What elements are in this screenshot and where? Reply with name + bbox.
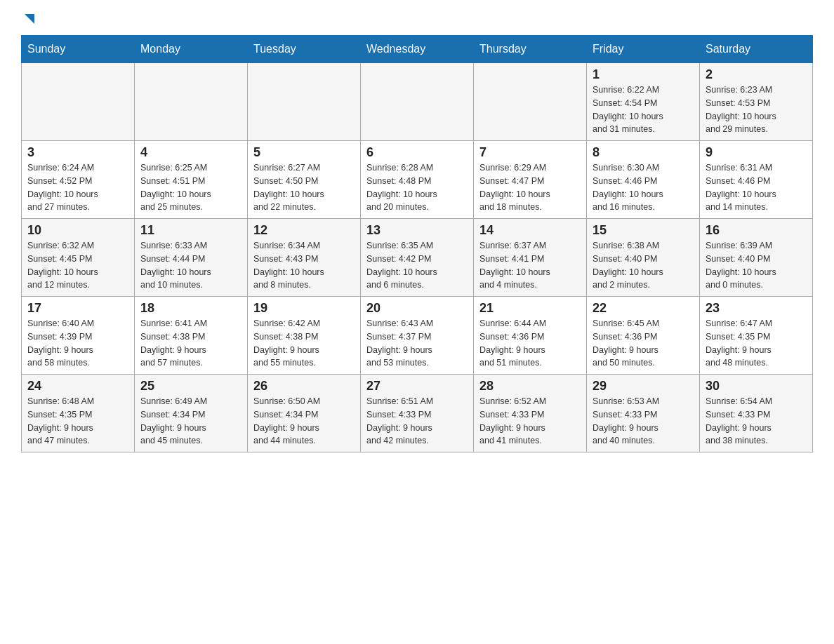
weekday-header-saturday: Saturday (700, 36, 813, 63)
calendar-cell: 5Sunrise: 6:27 AMSunset: 4:50 PMDaylight… (248, 141, 361, 219)
calendar-cell: 20Sunrise: 6:43 AMSunset: 4:37 PMDayligh… (361, 297, 474, 375)
calendar-cell: 3Sunrise: 6:24 AMSunset: 4:52 PMDaylight… (22, 141, 135, 219)
day-info: Sunrise: 6:24 AMSunset: 4:52 PMDaylight:… (27, 161, 128, 214)
day-info: Sunrise: 6:50 AMSunset: 4:34 PMDaylight:… (253, 395, 355, 448)
logo (21, 14, 37, 24)
calendar-cell: 13Sunrise: 6:35 AMSunset: 4:42 PMDayligh… (361, 219, 474, 297)
calendar-cell (361, 63, 474, 141)
day-number: 24 (27, 379, 128, 394)
day-info: Sunrise: 6:43 AMSunset: 4:37 PMDaylight:… (366, 317, 468, 370)
weekday-header-monday: Monday (135, 36, 248, 63)
week-row-3: 10Sunrise: 6:32 AMSunset: 4:45 PMDayligh… (22, 219, 813, 297)
day-number: 21 (479, 301, 581, 316)
day-number: 28 (479, 379, 581, 394)
page-header (21, 14, 813, 24)
calendar-cell (135, 63, 248, 141)
day-number: 6 (366, 145, 468, 160)
day-info: Sunrise: 6:22 AMSunset: 4:54 PMDaylight:… (593, 83, 694, 136)
weekday-header-row: SundayMondayTuesdayWednesdayThursdayFrid… (22, 36, 813, 63)
calendar-cell: 18Sunrise: 6:41 AMSunset: 4:38 PMDayligh… (135, 297, 248, 375)
day-info: Sunrise: 6:54 AMSunset: 4:33 PMDaylight:… (706, 395, 807, 448)
day-info: Sunrise: 6:40 AMSunset: 4:39 PMDaylight:… (27, 317, 128, 370)
calendar-cell: 27Sunrise: 6:51 AMSunset: 4:33 PMDayligh… (361, 375, 474, 452)
day-info: Sunrise: 6:45 AMSunset: 4:36 PMDaylight:… (593, 317, 694, 370)
day-number: 7 (479, 145, 581, 160)
day-number: 16 (706, 223, 807, 238)
day-info: Sunrise: 6:52 AMSunset: 4:33 PMDaylight:… (479, 395, 581, 448)
calendar-cell: 12Sunrise: 6:34 AMSunset: 4:43 PMDayligh… (248, 219, 361, 297)
calendar-cell: 7Sunrise: 6:29 AMSunset: 4:47 PMDaylight… (474, 141, 587, 219)
day-info: Sunrise: 6:27 AMSunset: 4:50 PMDaylight:… (253, 161, 355, 214)
calendar-cell (248, 63, 361, 141)
day-info: Sunrise: 6:34 AMSunset: 4:43 PMDaylight:… (253, 239, 355, 292)
day-info: Sunrise: 6:33 AMSunset: 4:44 PMDaylight:… (140, 239, 241, 292)
svg-marker-0 (25, 14, 34, 24)
day-number: 2 (706, 67, 807, 82)
day-info: Sunrise: 6:37 AMSunset: 4:41 PMDaylight:… (479, 239, 581, 292)
calendar-cell: 28Sunrise: 6:52 AMSunset: 4:33 PMDayligh… (474, 375, 587, 452)
calendar-cell: 8Sunrise: 6:30 AMSunset: 4:46 PMDaylight… (587, 141, 700, 219)
calendar-cell: 1Sunrise: 6:22 AMSunset: 4:54 PMDaylight… (587, 63, 700, 141)
day-info: Sunrise: 6:29 AMSunset: 4:47 PMDaylight:… (479, 161, 581, 214)
day-number: 1 (593, 67, 694, 82)
weekday-header-sunday: Sunday (22, 36, 135, 63)
day-number: 27 (366, 379, 468, 394)
calendar-cell: 9Sunrise: 6:31 AMSunset: 4:46 PMDaylight… (700, 141, 813, 219)
weekday-header-wednesday: Wednesday (361, 36, 474, 63)
day-info: Sunrise: 6:32 AMSunset: 4:45 PMDaylight:… (27, 239, 128, 292)
day-number: 26 (253, 379, 355, 394)
calendar-cell: 30Sunrise: 6:54 AMSunset: 4:33 PMDayligh… (700, 375, 813, 452)
day-info: Sunrise: 6:47 AMSunset: 4:35 PMDaylight:… (706, 317, 807, 370)
day-number: 19 (253, 301, 355, 316)
calendar-cell: 11Sunrise: 6:33 AMSunset: 4:44 PMDayligh… (135, 219, 248, 297)
day-number: 17 (27, 301, 128, 316)
day-number: 3 (27, 145, 128, 160)
day-number: 9 (706, 145, 807, 160)
day-info: Sunrise: 6:44 AMSunset: 4:36 PMDaylight:… (479, 317, 581, 370)
calendar-table: SundayMondayTuesdayWednesdayThursdayFrid… (21, 35, 813, 452)
day-number: 14 (479, 223, 581, 238)
calendar-cell: 23Sunrise: 6:47 AMSunset: 4:35 PMDayligh… (700, 297, 813, 375)
day-info: Sunrise: 6:38 AMSunset: 4:40 PMDaylight:… (593, 239, 694, 292)
day-number: 13 (366, 223, 468, 238)
day-info: Sunrise: 6:30 AMSunset: 4:46 PMDaylight:… (593, 161, 694, 214)
day-info: Sunrise: 6:48 AMSunset: 4:35 PMDaylight:… (27, 395, 128, 448)
day-number: 30 (706, 379, 807, 394)
weekday-header-friday: Friday (587, 36, 700, 63)
calendar-cell (22, 63, 135, 141)
day-number: 11 (140, 223, 241, 238)
day-number: 22 (593, 301, 694, 316)
calendar-cell: 29Sunrise: 6:53 AMSunset: 4:33 PMDayligh… (587, 375, 700, 452)
day-info: Sunrise: 6:28 AMSunset: 4:48 PMDaylight:… (366, 161, 468, 214)
calendar-cell: 14Sunrise: 6:37 AMSunset: 4:41 PMDayligh… (474, 219, 587, 297)
week-row-5: 24Sunrise: 6:48 AMSunset: 4:35 PMDayligh… (22, 375, 813, 452)
calendar-cell (474, 63, 587, 141)
day-number: 18 (140, 301, 241, 316)
day-info: Sunrise: 6:31 AMSunset: 4:46 PMDaylight:… (706, 161, 807, 214)
day-info: Sunrise: 6:23 AMSunset: 4:53 PMDaylight:… (706, 83, 807, 136)
calendar-cell: 21Sunrise: 6:44 AMSunset: 4:36 PMDayligh… (474, 297, 587, 375)
calendar-cell: 16Sunrise: 6:39 AMSunset: 4:40 PMDayligh… (700, 219, 813, 297)
calendar-cell: 25Sunrise: 6:49 AMSunset: 4:34 PMDayligh… (135, 375, 248, 452)
calendar-cell: 22Sunrise: 6:45 AMSunset: 4:36 PMDayligh… (587, 297, 700, 375)
calendar-cell: 17Sunrise: 6:40 AMSunset: 4:39 PMDayligh… (22, 297, 135, 375)
day-info: Sunrise: 6:49 AMSunset: 4:34 PMDaylight:… (140, 395, 241, 448)
week-row-4: 17Sunrise: 6:40 AMSunset: 4:39 PMDayligh… (22, 297, 813, 375)
day-number: 25 (140, 379, 241, 394)
calendar-cell: 26Sunrise: 6:50 AMSunset: 4:34 PMDayligh… (248, 375, 361, 452)
day-info: Sunrise: 6:53 AMSunset: 4:33 PMDaylight:… (593, 395, 694, 448)
logo-arrow-icon (22, 11, 37, 27)
week-row-2: 3Sunrise: 6:24 AMSunset: 4:52 PMDaylight… (22, 141, 813, 219)
calendar-cell: 6Sunrise: 6:28 AMSunset: 4:48 PMDaylight… (361, 141, 474, 219)
day-number: 10 (27, 223, 128, 238)
day-number: 8 (593, 145, 694, 160)
day-number: 23 (706, 301, 807, 316)
weekday-header-tuesday: Tuesday (248, 36, 361, 63)
calendar-cell: 4Sunrise: 6:25 AMSunset: 4:51 PMDaylight… (135, 141, 248, 219)
calendar-cell: 24Sunrise: 6:48 AMSunset: 4:35 PMDayligh… (22, 375, 135, 452)
day-info: Sunrise: 6:25 AMSunset: 4:51 PMDaylight:… (140, 161, 241, 214)
day-info: Sunrise: 6:51 AMSunset: 4:33 PMDaylight:… (366, 395, 468, 448)
weekday-header-thursday: Thursday (474, 36, 587, 63)
day-number: 12 (253, 223, 355, 238)
day-number: 5 (253, 145, 355, 160)
